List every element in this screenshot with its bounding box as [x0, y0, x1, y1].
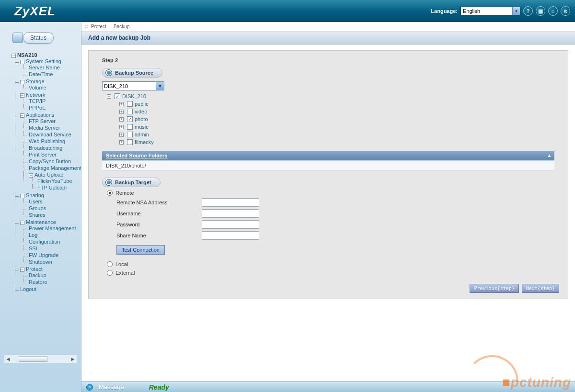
- previous-button[interactable]: Previous{step}: [470, 284, 518, 293]
- nav-volume[interactable]: Volume: [29, 85, 46, 90]
- nav-users[interactable]: Users: [29, 199, 43, 204]
- nav-network[interactable]: Network: [26, 92, 45, 98]
- expand-icon[interactable]: +: [119, 133, 124, 137]
- source-tree-root[interactable]: DISK_210: [122, 93, 146, 99]
- nav-maintenance[interactable]: Maintenance: [26, 219, 56, 225]
- step-label: Step 2: [102, 57, 554, 63]
- nav-shutdown[interactable]: Shutdown: [29, 259, 52, 265]
- radio-remote[interactable]: [107, 190, 113, 196]
- nav-ftp-uploadr[interactable]: FTP Uploadr: [37, 185, 67, 190]
- nav-power-mgmt[interactable]: Power Management: [29, 225, 76, 231]
- nav-date-time[interactable]: Date/Time: [29, 71, 53, 77]
- checkbox[interactable]: [127, 132, 133, 137]
- nav-pppoe[interactable]: PPPoE: [29, 105, 46, 111]
- sidebar-scrollbar[interactable]: ◄ ►: [4, 355, 77, 363]
- logout-icon[interactable]: ⎋: [561, 6, 570, 16]
- collapse-icon[interactable]: −: [29, 173, 33, 178]
- nav-ftp-server[interactable]: FTP Server: [29, 118, 56, 124]
- home-icon[interactable]: ⌂: [548, 6, 558, 16]
- source-tree-item-label[interactable]: video: [135, 109, 147, 114]
- source-select[interactable]: DISK_210 ▼: [102, 81, 164, 90]
- chevron-down-icon: ▼: [156, 82, 164, 90]
- wizard-panel: Step 2 Backup Source DISK_210 ▼ − ✓ DISK…: [88, 50, 568, 299]
- scroll-left-icon[interactable]: ◄: [4, 356, 12, 362]
- chevron-down-icon: ▼: [512, 7, 520, 15]
- source-tree-item-label[interactable]: admin: [135, 132, 149, 137]
- checkbox[interactable]: [127, 124, 133, 130]
- collapse-icon[interactable]: −: [20, 113, 24, 118]
- nav-applications[interactable]: Applications: [26, 112, 54, 118]
- nav-auto-upload[interactable]: Auto Upload: [34, 172, 64, 178]
- checkbox[interactable]: ✓: [127, 116, 133, 122]
- collapse-icon[interactable]: −: [20, 60, 24, 64]
- nav-shares[interactable]: Shares: [29, 212, 46, 218]
- sidebar: Status −NSA210 −System Setting Server Na…: [0, 22, 81, 392]
- next-button[interactable]: Next{step}: [522, 284, 559, 293]
- nav-broadcatching[interactable]: Broadcatching: [29, 145, 62, 151]
- status-tab[interactable]: Status: [12, 29, 81, 47]
- collapse-icon[interactable]: −: [20, 268, 24, 272]
- nav-tcpip[interactable]: TCP/IP: [29, 98, 46, 104]
- target-remote-row[interactable]: Remote: [107, 190, 554, 196]
- source-tree-item-label[interactable]: filmecky: [135, 139, 154, 145]
- nav-log[interactable]: Log: [29, 232, 37, 238]
- source-tree-item-label[interactable]: photo: [135, 116, 148, 122]
- checkbox[interactable]: [127, 109, 133, 114]
- source-tree-item-label[interactable]: public: [135, 101, 149, 107]
- tree-root[interactable]: NSA210: [17, 52, 37, 58]
- scroll-thumb[interactable]: [19, 356, 47, 362]
- nav-groups[interactable]: Groups: [29, 205, 46, 211]
- collapse-icon[interactable]: −: [107, 94, 111, 99]
- nav-print-server[interactable]: Print Server: [29, 152, 57, 157]
- collapse-icon[interactable]: −: [20, 80, 24, 84]
- checkbox[interactable]: [127, 101, 133, 107]
- main-area: ∷ Protect - Backup Add a new backup Job …: [81, 22, 575, 381]
- nav-package-mgmt[interactable]: Package Management: [29, 165, 81, 171]
- expand-icon[interactable]: +: [119, 110, 124, 114]
- nav-media-server[interactable]: Media Server: [29, 125, 60, 131]
- nav-web-publishing[interactable]: Web Publishing: [29, 138, 65, 144]
- nav-ssl[interactable]: SSL: [29, 246, 39, 251]
- source-tree-item-label[interactable]: music: [135, 124, 149, 130]
- language-select[interactable]: English ▼: [460, 7, 520, 15]
- nav-system-setting[interactable]: System Setting: [26, 58, 61, 64]
- remote-share-input[interactable]: [202, 231, 259, 240]
- nav-restore[interactable]: Restore: [29, 279, 47, 285]
- nav-copy-sync[interactable]: Copy/Sync Button: [29, 158, 71, 164]
- nav-storage[interactable]: Storage: [26, 78, 45, 84]
- expand-icon[interactable]: +: [119, 140, 124, 145]
- grid-icon[interactable]: ▦: [536, 6, 545, 16]
- nav-protect[interactable]: Protect: [26, 266, 43, 272]
- nav-logout[interactable]: Logout: [20, 286, 36, 292]
- scroll-right-icon[interactable]: ►: [69, 356, 77, 362]
- nav-download-service[interactable]: Download Service: [29, 132, 71, 137]
- nav-sharing[interactable]: Sharing: [26, 192, 44, 198]
- expand-icon[interactable]: +: [119, 117, 124, 122]
- source-tree-item: +music: [119, 123, 554, 131]
- radio-local[interactable]: [107, 261, 113, 267]
- target-external-row[interactable]: External: [107, 270, 554, 276]
- remote-address-input[interactable]: [202, 198, 259, 207]
- test-connection-button[interactable]: Test Connection: [116, 245, 165, 255]
- checkbox[interactable]: ✓: [115, 93, 120, 99]
- caret-up-icon[interactable]: ▴: [548, 153, 551, 158]
- collapse-icon[interactable]: −: [20, 194, 24, 198]
- nav-backup[interactable]: Backup: [29, 272, 46, 278]
- radio-external[interactable]: [107, 270, 113, 276]
- expand-icon[interactable]: +: [119, 125, 124, 129]
- help-icon[interactable]: ?: [523, 6, 533, 16]
- remote-username-input[interactable]: [202, 209, 259, 218]
- collapse-icon[interactable]: −: [20, 93, 24, 98]
- nav-configuration[interactable]: Configuration: [29, 239, 60, 245]
- collapse-icon[interactable]: −: [12, 54, 16, 58]
- collapse-icon[interactable]: −: [20, 221, 24, 225]
- checkbox[interactable]: [127, 139, 133, 145]
- nav-flickr-youtube[interactable]: Flickr/YouTube: [37, 178, 72, 184]
- nav-fw-upgrade[interactable]: FW Upgrade: [29, 252, 58, 258]
- target-local-row[interactable]: Local: [107, 261, 554, 267]
- nav-server-name[interactable]: Server Name: [29, 65, 60, 70]
- remote-password-input[interactable]: [202, 220, 259, 229]
- remote-share-label: Share Name: [116, 233, 198, 238]
- target-local-label: Local: [115, 261, 128, 267]
- expand-icon[interactable]: +: [119, 102, 124, 106]
